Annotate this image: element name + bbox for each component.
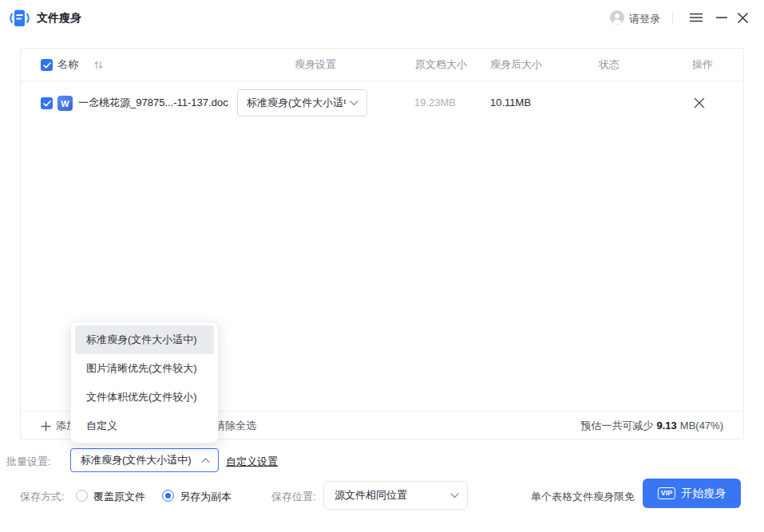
batch-settings-value: 标准瘦身(文件大小适中) bbox=[81, 453, 192, 467]
header-original-size: 原文档大小 bbox=[415, 49, 467, 81]
batch-settings-select[interactable]: 标准瘦身(文件大小适中) bbox=[70, 448, 219, 472]
check-icon bbox=[43, 100, 51, 107]
dropdown-option-image-quality[interactable]: 图片清晰优先(文件较大) bbox=[75, 354, 214, 383]
app-logo-icon bbox=[9, 7, 30, 29]
setting-dropdown-menu: 标准瘦身(文件大小适中) 图片清晰优先(文件较大) 文件体积优先(文件较小) 自… bbox=[70, 321, 219, 443]
avatar-icon[interactable] bbox=[610, 10, 624, 25]
estimate-summary: 预估一共可减少9.13MB(47%) bbox=[581, 412, 724, 440]
radio-overwrite[interactable] bbox=[76, 490, 88, 502]
row-setting-select[interactable]: 标准瘦身(文件大小适中) bbox=[237, 89, 367, 116]
dropdown-option-custom[interactable]: 自定义 bbox=[75, 412, 214, 440]
dropdown-option-standard[interactable]: 标准瘦身(文件大小适中) bbox=[75, 325, 214, 354]
start-slim-label: 开始瘦身 bbox=[681, 487, 726, 501]
chevron-down-icon bbox=[450, 493, 459, 499]
titlebar-divider bbox=[672, 11, 673, 24]
original-size-value: 19.23MB bbox=[414, 92, 456, 114]
radio-save-copy[interactable] bbox=[162, 490, 174, 502]
batch-settings-label: 批量设置: bbox=[6, 455, 51, 469]
menu-icon[interactable] bbox=[687, 8, 706, 27]
chevron-down-icon bbox=[350, 100, 358, 106]
word-file-icon: W bbox=[57, 96, 73, 111]
clear-selection-button[interactable]: 清除全选 bbox=[215, 412, 256, 440]
app-title: 文件瘦身 bbox=[37, 11, 81, 26]
check-icon bbox=[43, 62, 51, 69]
header-after-size: 瘦身后大小 bbox=[490, 49, 542, 81]
vip-badge-icon: VIP bbox=[658, 487, 676, 499]
header-status: 状态 bbox=[599, 49, 620, 81]
estimate-prefix: 预估一共可减少 bbox=[581, 420, 654, 432]
chevron-up-icon bbox=[201, 458, 210, 463]
login-link[interactable]: 请登录 bbox=[629, 12, 660, 26]
dropdown-option-smaller-file[interactable]: 文件体积优先(文件较小) bbox=[75, 383, 214, 412]
after-size-value: 10.11MB bbox=[490, 92, 531, 114]
minimize-icon[interactable] bbox=[712, 8, 731, 27]
file-name: 一念桃花源_97875...-11-137.doc bbox=[78, 92, 228, 114]
radio-overwrite-label[interactable]: 覆盖原文件 bbox=[93, 490, 145, 504]
estimate-value: 9.13 bbox=[657, 420, 677, 432]
row-checkbox[interactable] bbox=[41, 97, 53, 109]
radio-save-copy-label[interactable]: 另存为副本 bbox=[180, 490, 232, 504]
promo-text: 单个表格文件瘦身限免 bbox=[531, 490, 635, 504]
save-location-value: 源文件相同位置 bbox=[334, 488, 438, 502]
plus-icon bbox=[41, 421, 51, 432]
header-action: 操作 bbox=[692, 49, 713, 81]
estimate-suffix: MB(47%) bbox=[680, 420, 723, 432]
header-setting: 瘦身设置 bbox=[295, 49, 336, 81]
start-slim-button[interactable]: VIP 开始瘦身 bbox=[643, 479, 741, 508]
save-location-select[interactable]: 源文件相同位置 bbox=[323, 481, 468, 510]
row-delete-icon[interactable] bbox=[691, 95, 707, 111]
save-method-label: 保存方式: bbox=[20, 490, 65, 504]
row-setting-value: 标准瘦身(文件大小适中) bbox=[247, 96, 346, 110]
header-divider bbox=[21, 81, 743, 81]
custom-settings-link[interactable]: 自定义设置 bbox=[226, 455, 278, 469]
select-all-checkbox[interactable] bbox=[41, 59, 53, 71]
sort-icon[interactable] bbox=[93, 60, 104, 70]
header-name: 名称 bbox=[57, 49, 78, 81]
save-location-label: 保存位置: bbox=[271, 490, 316, 504]
close-icon[interactable] bbox=[733, 8, 752, 27]
titlebar: 文件瘦身 请登录 bbox=[0, 0, 764, 35]
